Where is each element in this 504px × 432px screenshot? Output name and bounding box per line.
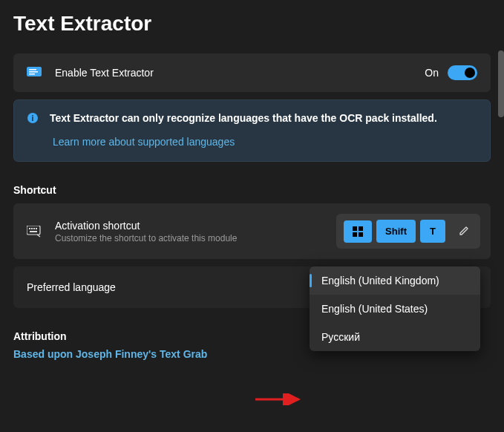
enable-toggle[interactable] — [448, 65, 477, 80]
language-dropdown: English (United Kingdom) English (United… — [310, 266, 480, 351]
info-text: Text Extractor can only recognize langua… — [50, 112, 477, 124]
svg-rect-10 — [353, 226, 357, 231]
page-title: Text Extractor — [0, 0, 504, 53]
svg-rect-13 — [359, 232, 363, 237]
svg-rect-2 — [29, 71, 38, 73]
text-extractor-icon — [27, 67, 48, 79]
shortcut-section-header: Shortcut — [13, 184, 491, 196]
attribution-link[interactable]: Based upon Joseph Finney's Text Grab — [13, 348, 207, 360]
svg-rect-5 — [29, 228, 30, 229]
svg-rect-1 — [29, 69, 36, 71]
svg-rect-12 — [353, 232, 357, 237]
svg-rect-8 — [36, 228, 37, 229]
scrollbar[interactable] — [498, 50, 504, 117]
key-t: T — [420, 220, 445, 243]
shortcut-title: Activation shortcut — [55, 220, 336, 232]
info-icon: i — [27, 113, 50, 123]
key-win — [344, 220, 372, 243]
info-card: i Text Extractor can only recognize lang… — [13, 99, 491, 162]
svg-rect-9 — [30, 231, 37, 232]
shortcut-key-group: Shift T — [336, 214, 480, 249]
language-option[interactable]: English (United Kingdom) — [310, 266, 480, 295]
learn-more-link[interactable]: Learn more about supported languages — [53, 136, 235, 148]
language-option[interactable]: English (United States) — [310, 295, 480, 323]
language-option[interactable]: Русский — [310, 323, 480, 351]
svg-rect-7 — [33, 228, 35, 229]
annotation-arrow — [255, 393, 307, 405]
keyboard-icon — [27, 226, 48, 238]
edit-shortcut-button[interactable] — [456, 222, 473, 241]
key-shift: Shift — [376, 220, 416, 243]
svg-rect-4 — [27, 226, 40, 235]
enable-card: Enable Text Extractor On — [13, 53, 491, 92]
preferred-language-card[interactable]: Preferred language English (United Kingd… — [13, 266, 491, 308]
shortcut-card: Activation shortcut Customize the shortc… — [13, 203, 491, 259]
toggle-state-label: On — [425, 67, 439, 79]
svg-rect-6 — [31, 228, 33, 229]
svg-rect-3 — [29, 73, 35, 75]
shortcut-subtitle: Customize the shortcut to activate this … — [55, 233, 336, 243]
enable-label: Enable Text Extractor — [55, 67, 425, 79]
svg-rect-11 — [359, 226, 363, 231]
